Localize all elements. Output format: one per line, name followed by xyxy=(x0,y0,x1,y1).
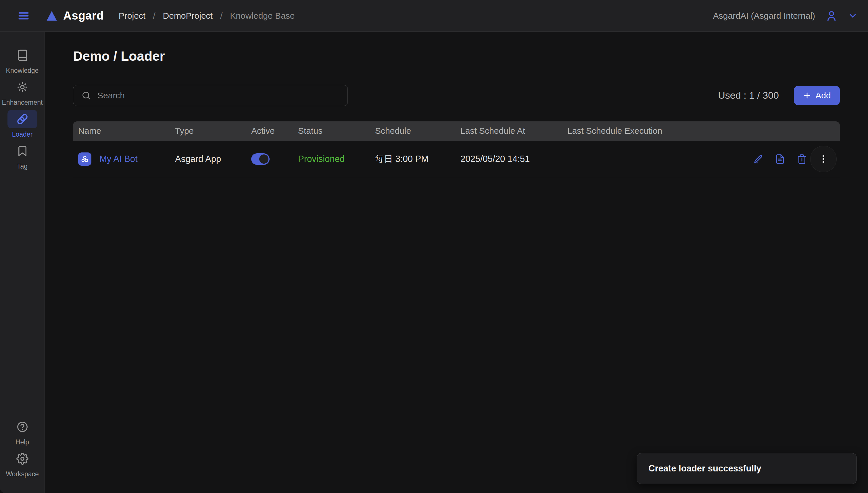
main-content: Demo / Loader Used : 1 / 300 Add xyxy=(45,31,868,493)
sidebar-item-workspace[interactable]: Workspace xyxy=(6,450,39,478)
table-header: Name Type Active Status Schedule Last Sc… xyxy=(73,121,840,141)
row-actions xyxy=(688,154,840,164)
file-icon[interactable] xyxy=(775,154,785,164)
active-toggle[interactable] xyxy=(251,153,270,165)
status-badge: Provisioned xyxy=(298,154,375,164)
sun-icon xyxy=(16,81,28,93)
sidebar: Knowledge Enhancement Loa xyxy=(0,31,45,493)
sidebar-item-knowledge[interactable]: Knowledge xyxy=(6,46,39,74)
last-schedule-at-value: 2025/05/20 14:51 xyxy=(460,154,567,164)
user-icon[interactable] xyxy=(825,10,838,22)
add-button[interactable]: Add xyxy=(794,86,840,105)
breadcrumb-demoproject[interactable]: DemoProject xyxy=(163,11,213,21)
sidebar-item-label: Enhancement xyxy=(2,99,43,106)
usage-counter: Used : 1 / 300 xyxy=(718,90,779,101)
help-circle-icon xyxy=(16,421,28,433)
add-button-label: Add xyxy=(816,91,831,100)
toolbar: Used : 1 / 300 Add xyxy=(73,85,840,106)
book-icon xyxy=(16,49,28,61)
table-row: My AI Bot Asgard App Provisioned 每日 3:00… xyxy=(73,141,840,178)
column-header-type: Type xyxy=(175,126,251,136)
column-header-status: Status xyxy=(298,126,375,136)
column-header-last-schedule-at: Last Schedule At xyxy=(460,126,567,136)
toggle-knob xyxy=(259,154,269,164)
sidebar-item-tag[interactable]: Tag xyxy=(7,142,37,170)
bookmark-icon xyxy=(16,145,28,157)
search-icon xyxy=(81,91,91,100)
column-header-schedule: Schedule xyxy=(375,126,460,136)
chevron-down-icon[interactable] xyxy=(848,11,858,21)
app-header: Asgard Project / DemoProject / Knowledge… xyxy=(0,0,868,31)
loader-type: Asgard App xyxy=(175,154,251,164)
sidebar-item-label: Help xyxy=(16,438,29,446)
brand-title: Asgard xyxy=(63,9,104,22)
search-box[interactable] xyxy=(73,85,348,106)
page-title: Demo / Loader xyxy=(73,49,840,64)
menu-icon[interactable] xyxy=(17,10,30,22)
loader-table: Name Type Active Status Schedule Last Sc… xyxy=(73,121,840,178)
account-label: AsgardAI (Asgard Internal) xyxy=(713,11,815,21)
sidebar-item-loader[interactable]: Loader xyxy=(7,110,37,138)
plus-icon xyxy=(803,91,812,100)
breadcrumb-separator: / xyxy=(220,11,223,21)
gear-icon xyxy=(16,453,28,465)
column-header-active: Active xyxy=(251,126,298,136)
toast-notification: Create loader successfully xyxy=(637,453,857,484)
app-icon xyxy=(78,152,91,166)
schedule-value: 每日 3:00 PM xyxy=(375,153,460,165)
sidebar-item-label: Workspace xyxy=(6,470,39,478)
search-input[interactable] xyxy=(97,91,339,100)
more-icon[interactable] xyxy=(819,154,828,164)
logo-triangle-icon xyxy=(45,10,58,22)
account-menu[interactable]: AsgardAI (Asgard Internal) xyxy=(713,10,858,22)
sidebar-item-help[interactable]: Help xyxy=(7,417,37,446)
sidebar-item-enhancement[interactable]: Enhancement xyxy=(2,78,43,106)
breadcrumb-separator: / xyxy=(153,11,155,21)
breadcrumb: Project / DemoProject / Knowledge Base xyxy=(119,11,295,21)
breadcrumb-knowledge-base: Knowledge Base xyxy=(230,11,295,21)
edit-icon[interactable] xyxy=(753,154,763,164)
column-header-name: Name xyxy=(78,126,175,136)
sidebar-item-label: Tag xyxy=(17,163,28,170)
column-header-last-schedule-execution: Last Schedule Execution xyxy=(567,126,688,136)
trash-icon[interactable] xyxy=(797,154,807,164)
link-icon xyxy=(16,113,29,125)
breadcrumb-project[interactable]: Project xyxy=(119,11,145,21)
toast-message: Create loader successfully xyxy=(648,464,761,474)
sidebar-item-label: Loader xyxy=(12,131,33,138)
sidebar-item-label: Knowledge xyxy=(6,67,39,74)
loader-name-link[interactable]: My AI Bot xyxy=(99,154,138,164)
